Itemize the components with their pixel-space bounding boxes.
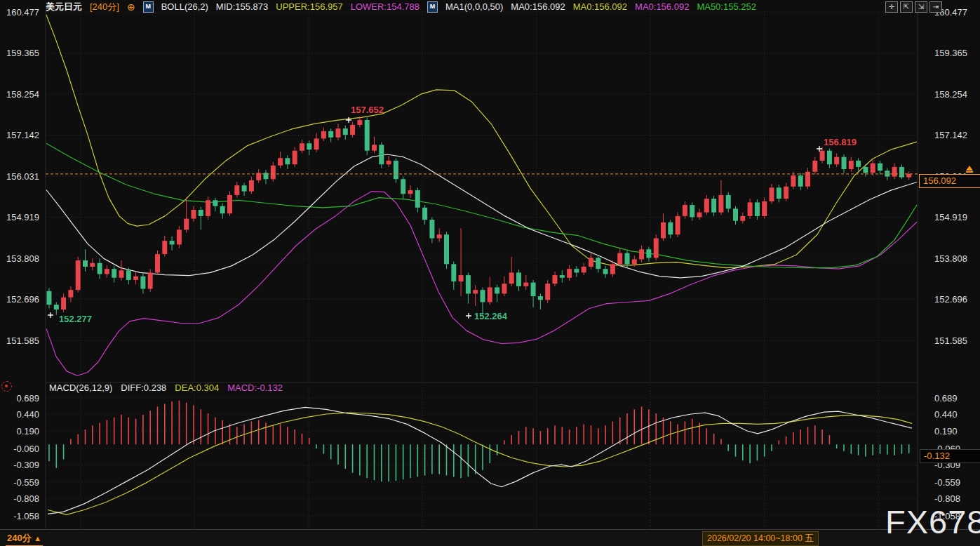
price-axis-label-right: 154.919 — [934, 212, 967, 222]
add-indicator-icon[interactable]: ⊕ — [127, 1, 135, 13]
candle-body — [596, 258, 600, 269]
candle-body — [842, 157, 847, 169]
ma-indicator-icon[interactable]: M — [427, 1, 438, 13]
boll-indicator-icon[interactable]: M — [143, 1, 154, 13]
candle-body — [429, 220, 434, 238]
candle-body — [199, 210, 203, 216]
price-axis-label-left: 159.365 — [0, 48, 39, 58]
macd-axis-label-right: 0.190 — [934, 426, 958, 437]
candle-body — [740, 216, 745, 221]
candle-body — [206, 200, 210, 216]
price-axis-label-left: 153.808 — [0, 253, 39, 264]
price-axis-label-left: 157.142 — [0, 130, 39, 140]
candle-body — [704, 199, 709, 212]
macd-axis-label-left: -0.559 — [0, 477, 39, 488]
pane-up-icon[interactable]: ⇱ — [900, 1, 913, 13]
timeframe-dropdown-icon: ▲ — [34, 534, 41, 542]
candle-body — [617, 253, 622, 265]
price-axis-label-left: 152.696 — [0, 294, 39, 305]
candle-body — [184, 219, 189, 230]
candle-body — [192, 210, 196, 219]
candle-body — [126, 270, 131, 280]
candle-body — [83, 260, 88, 267]
pane-out-icon[interactable]: ⇥ — [929, 1, 942, 13]
macd-current-value-box: -0.132 — [920, 449, 980, 463]
candle-body — [394, 161, 398, 179]
candle-body — [798, 175, 803, 187]
candle-body — [899, 167, 904, 178]
price-axis-label-left: 151.585 — [0, 335, 39, 346]
trading-chart-app: 美元日元 [240分] ⊕ M BOLL(26,2) MID:155.873 U… — [0, 0, 980, 546]
ma0-yellow-value: MA0:156.092 — [573, 1, 627, 13]
boll-lower-line — [46, 192, 917, 376]
pivot-price-label: 157.652 — [351, 105, 384, 115]
candle-body — [791, 175, 796, 187]
macd-axis-label-right: 0.689 — [934, 393, 958, 404]
candle-body — [271, 166, 276, 179]
candle-body — [285, 158, 290, 164]
candle-body — [451, 264, 456, 281]
candle-body — [863, 167, 868, 173]
candle-body — [509, 272, 514, 284]
macd-axis-label-left: -0.808 — [0, 493, 39, 504]
candle-body — [220, 206, 225, 214]
candle-body — [336, 128, 341, 138]
ma0-white-value: MA0:156.092 — [511, 1, 565, 13]
candle-body — [314, 138, 319, 149]
macd-axis-label-right: 0.440 — [934, 409, 958, 420]
candle-body — [726, 195, 731, 208]
pane-down-icon[interactable]: ⇲ — [915, 1, 927, 13]
candle-body — [249, 180, 254, 192]
candle-body — [444, 234, 449, 264]
candle-body — [625, 253, 630, 265]
candle-body — [603, 269, 608, 274]
candle-body — [531, 283, 536, 296]
candle-body — [661, 222, 666, 239]
candle-body — [762, 201, 767, 216]
time-axis-bar: 240分 ▲ 2026/02/20 14:00~18:00 五 — [0, 529, 980, 546]
candle-body — [473, 290, 478, 293]
candle-body — [574, 269, 579, 272]
candle-body — [328, 131, 333, 138]
candle-body — [906, 174, 911, 178]
candle-body — [495, 287, 499, 293]
candle-body — [227, 195, 232, 213]
candle-body — [690, 205, 694, 217]
price-axis-label-left: 156.031 — [0, 171, 39, 182]
macd-dea-line — [48, 413, 912, 514]
candle-body — [54, 305, 59, 309]
candle-body — [177, 229, 182, 244]
move-icon[interactable]: ✛ — [885, 1, 898, 13]
candle-body — [770, 187, 774, 201]
candle-body — [278, 158, 283, 166]
candle-body — [437, 234, 442, 238]
candle-body — [718, 195, 723, 213]
timeframe-selector[interactable]: 240分 ▲ — [6, 532, 43, 546]
candle-body — [639, 249, 644, 259]
price-axis-label-left: 160.477 — [0, 7, 39, 18]
timeframe-label[interactable]: [240分] — [90, 1, 119, 13]
price-axis-label-right: 153.808 — [934, 253, 967, 264]
candle-body — [610, 264, 615, 274]
pivot-cross-marker — [346, 117, 351, 123]
price-axis-label-left: 154.919 — [0, 212, 39, 222]
candle-body — [119, 270, 124, 278]
macd-axis-label-left: 0.440 — [0, 409, 39, 420]
candle-body — [112, 269, 116, 278]
candle-body — [466, 275, 471, 293]
candle-body — [379, 145, 384, 164]
candle-body — [300, 143, 304, 151]
candle-body — [827, 151, 832, 164]
macd-label: MACD(26,12,9) — [49, 382, 112, 393]
candle-body — [162, 241, 167, 254]
macd-axis-label-left: -1.058 — [0, 511, 39, 521]
candle-body — [820, 151, 825, 161]
candle-body — [516, 272, 521, 286]
marker-target-icon[interactable] — [1, 381, 12, 392]
candle-body — [105, 269, 109, 274]
candle-body — [697, 213, 702, 218]
boll-mid-value: MID:155.873 — [216, 1, 268, 13]
candle-body — [481, 290, 485, 302]
price-axis-label-right: 158.254 — [934, 89, 967, 100]
ma50-line — [46, 143, 917, 267]
